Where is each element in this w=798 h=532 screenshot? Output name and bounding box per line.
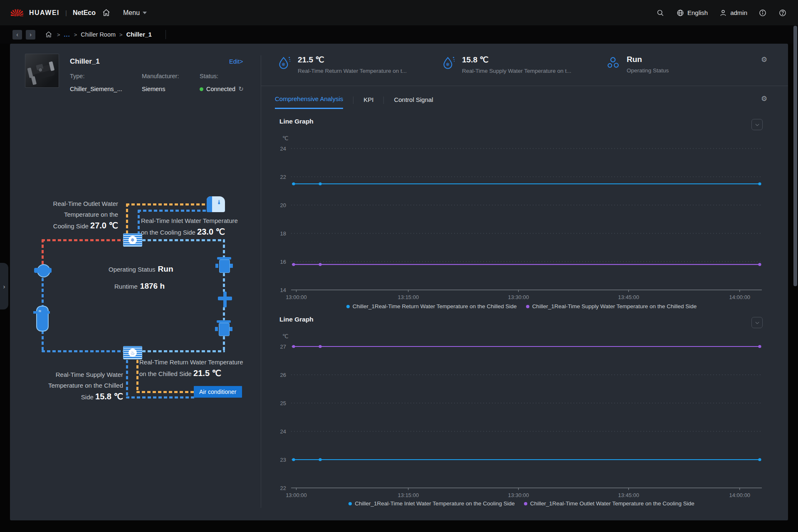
nav-actions: English admin (656, 8, 787, 17)
kpi-settings-gear-icon[interactable]: ⚙ (761, 55, 767, 64)
menu-button[interactable]: Menu (123, 9, 147, 17)
pipe-blue-bottom-left (42, 350, 123, 352)
svg-text:13:15:00: 13:15:00 (398, 294, 419, 300)
pipe-blue-to-ac (126, 396, 195, 398)
device-name: Chiller_1 (70, 57, 100, 66)
tab-settings-gear-icon[interactable]: ⚙ (761, 94, 767, 103)
chart2-collapse-button[interactable] (751, 317, 763, 328)
kpi-bottom-divider (261, 86, 788, 86)
supply-temp-label: Real-Time Supply Water Temperature on th… (30, 369, 123, 403)
brand-separator: | (65, 9, 67, 16)
vertical-scrollbar[interactable] (793, 26, 797, 286)
svg-text:23: 23 (280, 457, 286, 463)
pipe-lightblue-right-3 (223, 307, 225, 320)
svg-text:14: 14 (280, 287, 286, 293)
kpi-value: Run (627, 55, 669, 64)
kpi-label: Real-Time Supply Water Temperature on t.… (462, 68, 571, 74)
huawei-logo-icon (11, 9, 23, 16)
chart2-title: Line Graph (279, 316, 314, 323)
pipe-red-outlet (42, 239, 123, 241)
svg-text:13:00:00: 13:00:00 (286, 492, 307, 498)
refresh-icon[interactable]: ↻ (238, 85, 244, 93)
pipe-lightblue-right (142, 239, 225, 241)
svg-text:26: 26 (280, 372, 286, 378)
main-panel: Chiller_1 Edit> Type: Manufacturer: Stat… (10, 44, 788, 520)
forward-button[interactable]: › (26, 30, 35, 40)
pipe-orange-evap-down (136, 360, 138, 393)
svg-text:18: 18 (280, 230, 286, 237)
globe-icon (676, 8, 685, 17)
svg-text:24: 24 (280, 146, 286, 152)
runtime-text: Runtime1876 h (114, 282, 165, 291)
kpi-operating-status: Run Operating Status (605, 55, 669, 74)
help-icon[interactable] (778, 8, 787, 17)
chart1-title: Line Graph (279, 118, 314, 125)
pipe-orange-condenser-up (126, 203, 128, 234)
svg-text:13:00:00: 13:00:00 (286, 294, 307, 300)
tab-comprehensive-analysis[interactable]: Comprehensive Analysis (275, 95, 343, 109)
valve-icon-2 (218, 292, 232, 307)
chart2-line-graph: 27262524232213:00:0013:15:0013:30:0013:4… (259, 333, 783, 500)
breadcrumb-item-chiller-room[interactable]: Chiller Room (81, 31, 116, 38)
svg-text:14:00:00: 14:00:00 (729, 294, 750, 300)
breadcrumb-divider (166, 30, 166, 39)
user-icon (719, 8, 728, 17)
inlet-temp-value: 23.0 ℃ (197, 227, 225, 236)
kpi-value: 15.8 ℃ (462, 55, 571, 64)
breadcrumb-separator: > (57, 32, 60, 38)
chart1-line-graph: 24222018161413:00:0013:15:0013:30:0013:4… (259, 135, 783, 302)
svg-text:13:45:00: 13:45:00 (618, 294, 639, 300)
svg-text:16: 16 (280, 259, 286, 265)
top-navbar: HUAWEI | NetEco Menu English (0, 0, 798, 25)
chart1-legend: Chiller_1Real-Time Return Water Temperat… (259, 303, 783, 309)
status-connected-dot (200, 87, 203, 91)
pipe-orange-to-ac (136, 391, 195, 393)
runtime-value: 1876 h (140, 282, 165, 290)
back-button[interactable]: ‹ (12, 30, 22, 40)
pipe-blue-left-mid (42, 278, 44, 307)
water-tank-icon: ≋ (33, 306, 50, 331)
neteco-app: HUAWEI | NetEco Menu English (0, 0, 798, 532)
air-conditioner-button[interactable]: Air conditioner (194, 386, 242, 398)
return-temp-label: Real-Time Return Water Temperature on th… (139, 357, 243, 379)
svg-text:❄: ❄ (282, 62, 286, 67)
pipe-lightblue-right-2 (223, 273, 225, 292)
manufacturer-label: Manufacturer: (142, 73, 179, 79)
language-switch[interactable]: English (676, 8, 708, 17)
status-value: Connected ↻ (200, 85, 244, 93)
analysis-tabs: Comprehensive Analysis KPI Control Signa… (275, 95, 433, 109)
svg-text:25: 25 (280, 400, 286, 406)
left-panel-expander[interactable]: › (0, 263, 8, 309)
tab-kpi[interactable]: KPI (363, 96, 373, 109)
legend-item[interactable]: Chiller_1Real-Time Outlet Water Temperat… (524, 500, 694, 507)
pipe-blue-evap-down (126, 360, 128, 398)
outlet-temp-label: Real-Time Outlet Water Temperature on th… (35, 198, 118, 232)
condenser-icon: ❄ (123, 233, 142, 247)
breadcrumb-ellipsis[interactable]: ... (64, 31, 70, 38)
svg-text:24: 24 (280, 428, 286, 435)
pipe-orange-to-tower (126, 203, 208, 205)
legend-item[interactable]: Chiller_1Real-Time Inlet Water Temperatu… (348, 500, 514, 507)
search-icon[interactable] (656, 8, 665, 17)
chart1-collapse-button[interactable] (751, 119, 763, 130)
breadcrumb-item-chiller-1[interactable]: Chiller_1 (126, 31, 152, 38)
breadcrumb-home-icon[interactable] (44, 30, 53, 39)
kpi-label: Operating Status (627, 67, 669, 74)
operating-status-value: Run (158, 265, 173, 273)
operating-status-text: Operating StatusRun (109, 265, 173, 274)
legend-item[interactable]: Chiller_1Real-Time Return Water Temperat… (346, 303, 517, 309)
legend-item[interactable]: Chiller_1Real-Time Supply Water Temperat… (526, 303, 697, 309)
pipe-lightblue-bottom-right (142, 350, 225, 352)
edit-link[interactable]: Edit> (229, 58, 243, 65)
svg-text:13:30:00: 13:30:00 (508, 492, 529, 498)
pipe-blue-from-tower (138, 210, 208, 212)
return-temp-value: 21.5 ℃ (193, 369, 221, 378)
home-icon[interactable] (101, 8, 111, 17)
pipe-lightblue-right-1 (223, 239, 225, 258)
svg-text:22: 22 (280, 485, 286, 491)
breadcrumb: ‹ › > ... > Chiller Room > Chiller_1 (0, 25, 798, 44)
kpi-supply-temp: ❄ 15.8 ℃ Real-Time Supply Water Temperat… (440, 55, 571, 74)
tab-control-signal[interactable]: Control Signal (394, 96, 433, 109)
user-menu[interactable]: admin (719, 8, 747, 17)
info-icon[interactable] (758, 8, 767, 17)
